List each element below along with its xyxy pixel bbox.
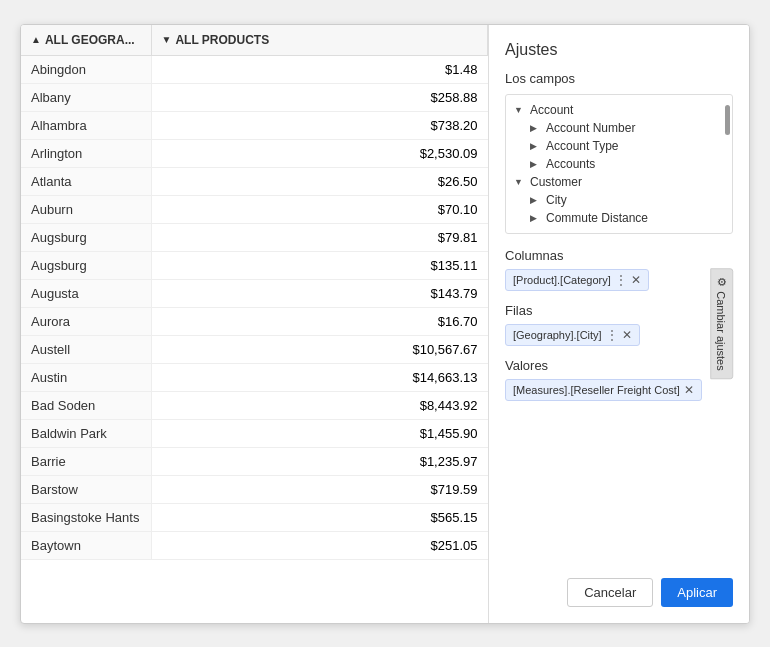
expand-icon: ▼ <box>514 177 526 187</box>
fields-scrollbar <box>725 105 730 135</box>
value-cell: $70.10 <box>151 195 488 223</box>
table-scroll-container[interactable]: ▲ ALL GEOGRA... ▼ ALL PRODUCTS <box>21 25 488 623</box>
side-tab[interactable]: ⚙ Cambiar ajustes <box>710 268 733 379</box>
value-cell: $1,235.97 <box>151 447 488 475</box>
tree-item-commute-distance[interactable]: ▶Commute Distance <box>506 209 732 227</box>
city-cell: Augsburg <box>21 251 151 279</box>
pill-text: [Geography].[City] <box>513 329 602 341</box>
value-cell: $1.48 <box>151 55 488 83</box>
panel-title: Ajustes <box>505 41 733 59</box>
city-cell: Alhambra <box>21 111 151 139</box>
city-cell: Aurora <box>21 307 151 335</box>
value-cell: $10,567.67 <box>151 335 488 363</box>
city-cell: Auburn <box>21 195 151 223</box>
table-row: Atlanta$26.50 <box>21 167 488 195</box>
value-cell: $258.88 <box>151 83 488 111</box>
tree-item-city[interactable]: ▶City <box>506 191 732 209</box>
value-cell: $719.59 <box>151 475 488 503</box>
city-cell: Baldwin Park <box>21 419 151 447</box>
value-cell: $16.70 <box>151 307 488 335</box>
table-row: Augusta$143.79 <box>21 279 488 307</box>
city-cell: Austin <box>21 363 151 391</box>
table-row: Aurora$16.70 <box>21 307 488 335</box>
tree-item-customer[interactable]: ▼Customer <box>506 173 732 191</box>
prod-col-label: ALL PRODUCTS <box>175 33 269 47</box>
chevron-up-icon: ▲ <box>31 34 41 45</box>
pivot-table: ▲ ALL GEOGRA... ▼ ALL PRODUCTS <box>21 25 488 560</box>
table-row: Baldwin Park$1,455.90 <box>21 419 488 447</box>
value-cell: $14,663.13 <box>151 363 488 391</box>
valores-section: Valores [Measures].[Reseller Freight Cos… <box>505 358 733 401</box>
pill-close-icon[interactable]: ✕ <box>622 328 632 342</box>
pill-close-icon[interactable]: ✕ <box>684 383 694 397</box>
col-header-geo[interactable]: ▲ ALL GEOGRA... <box>21 25 151 56</box>
table-row: Arlington$2,530.09 <box>21 139 488 167</box>
tree-item-label: Accounts <box>546 157 595 171</box>
collapse-icon: ▶ <box>530 195 542 205</box>
value-cell: $135.11 <box>151 251 488 279</box>
tree-item-label: Account <box>530 103 573 117</box>
gear-icon: ⚙ <box>715 277 728 287</box>
city-cell: Barstow <box>21 475 151 503</box>
table-row: Basingstoke Hants$565.15 <box>21 503 488 531</box>
side-tab-label: Cambiar ajustes <box>715 291 727 370</box>
pill-menu-icon[interactable]: ⋮ <box>615 273 627 287</box>
collapse-icon: ▶ <box>530 123 542 133</box>
pill-close-icon[interactable]: ✕ <box>631 273 641 287</box>
collapse-icon: ▶ <box>530 141 542 151</box>
city-cell: Augsburg <box>21 223 151 251</box>
city-cell: Atlanta <box>21 167 151 195</box>
columnas-section: Columnas [Product].[Category]⋮✕ <box>505 248 733 291</box>
city-cell: Baytown <box>21 531 151 559</box>
value-cell: $8,443.92 <box>151 391 488 419</box>
columnas-label: Columnas <box>505 248 733 263</box>
city-cell: Austell <box>21 335 151 363</box>
filas-section: Filas [Geography].[City]⋮✕ <box>505 303 733 346</box>
value-cell: $738.20 <box>151 111 488 139</box>
fields-tree: ▼Account▶Account Number▶Account Type▶Acc… <box>506 101 732 227</box>
tree-item-account[interactable]: ▼Account <box>506 101 732 119</box>
city-cell: Abingdon <box>21 55 151 83</box>
tree-item-label: City <box>546 193 567 207</box>
city-cell: Albany <box>21 83 151 111</box>
city-cell: Augusta <box>21 279 151 307</box>
expand-icon: ▼ <box>514 105 526 115</box>
city-cell: Barrie <box>21 447 151 475</box>
table-row: Austin$14,663.13 <box>21 363 488 391</box>
tree-item-label: Account Type <box>546 139 619 153</box>
tree-item-account-number[interactable]: ▶Account Number <box>506 119 732 137</box>
table-row: Augsburg$79.81 <box>21 223 488 251</box>
table-row: Alhambra$738.20 <box>21 111 488 139</box>
table-row: Baytown$251.05 <box>21 531 488 559</box>
apply-button[interactable]: Aplicar <box>661 578 733 607</box>
valores-pills: [Measures].[Reseller Freight Cost]✕ <box>505 379 733 401</box>
table-row: Albany$258.88 <box>21 83 488 111</box>
table-row: Austell$10,567.67 <box>21 335 488 363</box>
chevron-down-icon: ▼ <box>162 34 172 45</box>
table-row: Barrie$1,235.97 <box>21 447 488 475</box>
value-cell: $2,530.09 <box>151 139 488 167</box>
value-cell: $79.81 <box>151 223 488 251</box>
pill: [Product].[Category]⋮✕ <box>505 269 649 291</box>
pill-menu-icon[interactable]: ⋮ <box>606 328 618 342</box>
table-row: Auburn$70.10 <box>21 195 488 223</box>
col-header-prod[interactable]: ▼ ALL PRODUCTS <box>151 25 488 56</box>
tree-item-label: Commute Distance <box>546 211 648 225</box>
collapse-icon: ▶ <box>530 159 542 169</box>
tree-item-account-type[interactable]: ▶Account Type <box>506 137 732 155</box>
value-cell: $26.50 <box>151 167 488 195</box>
collapse-icon: ▶ <box>530 213 542 223</box>
data-table-panel: ▲ ALL GEOGRA... ▼ ALL PRODUCTS <box>21 25 489 623</box>
value-cell: $1,455.90 <box>151 419 488 447</box>
tree-item-accounts[interactable]: ▶Accounts <box>506 155 732 173</box>
table-row: Augsburg$135.11 <box>21 251 488 279</box>
city-cell: Bad Soden <box>21 391 151 419</box>
columnas-pills: [Product].[Category]⋮✕ <box>505 269 733 291</box>
footer-buttons: Cancelar Aplicar <box>505 566 733 607</box>
fields-tree-container: ▼Account▶Account Number▶Account Type▶Acc… <box>505 94 733 234</box>
pill-text: [Measures].[Reseller Freight Cost] <box>513 384 680 396</box>
geo-col-label: ALL GEOGRA... <box>45 33 135 47</box>
cancel-button[interactable]: Cancelar <box>567 578 653 607</box>
pill-text: [Product].[Category] <box>513 274 611 286</box>
tree-item-label: Account Number <box>546 121 635 135</box>
